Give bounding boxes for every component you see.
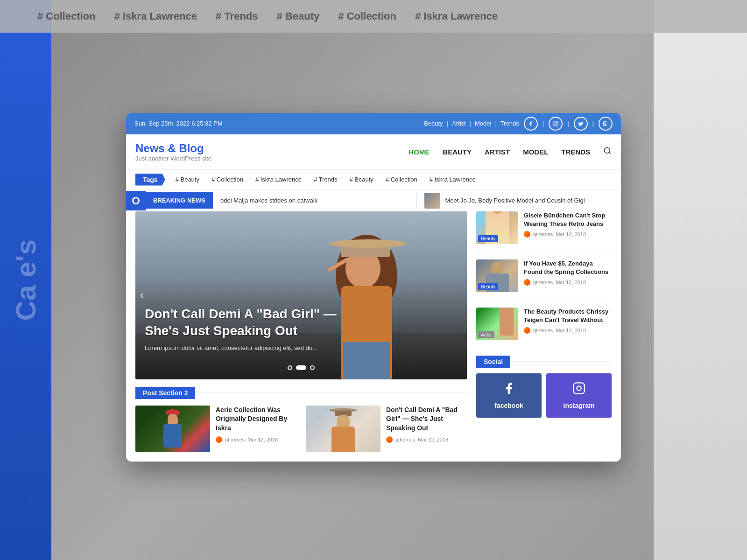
tag-trends[interactable]: # Trends xyxy=(309,174,342,185)
sa-thumb-2: Beauty xyxy=(476,259,518,292)
sep: | xyxy=(592,120,594,127)
topbar-nav-artist[interactable]: Artist xyxy=(452,120,466,127)
nav-trends[interactable]: TRENDS xyxy=(561,148,590,156)
sidebar-article-3: Artist The Beauty Products Chrissy Teige… xyxy=(476,308,612,348)
nav-home[interactable]: HOME xyxy=(409,148,430,156)
tag-iskra-2[interactable]: # Iskra Lawrence xyxy=(425,174,480,185)
svg-point-2 xyxy=(557,122,557,122)
topbar-pinterest-icon[interactable] xyxy=(599,117,613,131)
topbar-nav-beauty[interactable]: Beauty xyxy=(424,120,443,127)
post-author-2: gthemes xyxy=(395,437,415,442)
tag-collection-1[interactable]: # Collection xyxy=(207,174,248,185)
post-cards: Aerie Collection Was Originally Designed… xyxy=(135,406,467,452)
social-title-bar: Social xyxy=(476,356,612,368)
sep: | xyxy=(495,120,496,127)
post-card-content-1: Aerie Collection Was Originally Designed… xyxy=(216,406,296,452)
post-section-2: Post Section 2 xyxy=(135,387,467,452)
facebook-icon xyxy=(502,382,515,398)
hero-overlay xyxy=(135,211,467,379)
social-section: Social facebook instagram xyxy=(476,356,612,418)
post-card-meta-1: gthemes Mar 12, 2018 xyxy=(216,436,296,443)
sa-meta-2: gthemes Mar 12, 2018 xyxy=(524,279,612,286)
breaking-news-bar: BREAKING NEWS odel Maija makes strides o… xyxy=(126,189,621,211)
post-card-content-2: Don't Call Demi A "Bad Girl" — She's Jus… xyxy=(386,406,467,452)
tag-collection-2[interactable]: # Collection xyxy=(381,174,422,185)
hero-prev-button[interactable]: ‹ xyxy=(140,289,143,301)
background-tags-bar: # Collection # Iskra Lawrence # Trends #… xyxy=(0,0,747,33)
bn-text-1: odel Maija makes strides on catwalk xyxy=(220,197,317,204)
main-nav: HOME BEAUTY ARTIST MODEL TRENDS xyxy=(409,147,612,157)
svg-point-3 xyxy=(604,147,610,153)
svg-point-5 xyxy=(577,386,581,390)
topbar-twitter-icon[interactable] xyxy=(574,117,588,131)
sa-content-2: If You Have $5, Zendaya Found the Spring… xyxy=(524,259,612,292)
datetime-display: Sun. Sep 25th, 2022 6:25:32 PM xyxy=(134,120,223,127)
instagram-icon xyxy=(572,382,585,398)
site-header: News & Blog Just another WordPress site … xyxy=(126,134,621,169)
section-title-bar: Post Section 2 xyxy=(135,387,467,399)
post-section-label: Post Section 2 xyxy=(135,387,195,399)
sa-title-3[interactable]: The Beauty Products Chrissy Teigen Can't… xyxy=(524,308,612,324)
svg-rect-0 xyxy=(553,121,558,126)
tags-bar: Tags # Beauty # Collection # Iskra Lawre… xyxy=(126,169,621,189)
sa-date-2: Mar 12, 2018 xyxy=(556,280,586,285)
sidebar-articles: Beauty Gisele Bündchen Can't Stop Wearin… xyxy=(476,211,612,452)
instagram-label: instagram xyxy=(564,402,595,409)
social-buttons: facebook instagram xyxy=(476,373,612,418)
sa-date-3: Mar 12, 2018 xyxy=(556,328,586,333)
sidebar-article-2: Beauty If You Have $5, Zendaya Found the… xyxy=(476,259,612,300)
sa-title-2[interactable]: If You Have $5, Zendaya Found the Spring… xyxy=(524,259,612,276)
topbar-nav-model[interactable]: Model xyxy=(475,120,491,127)
post-card-meta-2: gthemes Mar 12, 2018 xyxy=(386,436,467,443)
bg-side-right xyxy=(654,0,747,560)
bn-item-2[interactable]: Meet Jo Jo, Body Positive Model and Cous… xyxy=(417,190,621,211)
header-brand: News & Blog Just another WordPress site xyxy=(135,142,211,162)
nav-beauty[interactable]: BEAUTY xyxy=(443,148,472,156)
post-author-1: gthemes xyxy=(225,437,245,442)
topbar-instagram-icon[interactable] xyxy=(549,117,563,131)
tags-label: Tags xyxy=(135,174,165,186)
top-bar-nav: Beauty | Artist | Model | Trends xyxy=(424,120,519,127)
instagram-button[interactable]: instagram xyxy=(546,373,612,418)
nav-artist[interactable]: ARTIST xyxy=(485,148,510,156)
sa-meta-3: gthemes Mar 12, 2018 xyxy=(524,327,612,334)
dot-3[interactable] xyxy=(310,365,315,370)
tag-beauty-2[interactable]: # Beauty xyxy=(345,174,378,185)
author-icon-1 xyxy=(216,436,222,443)
section-title-line xyxy=(195,392,467,393)
search-icon[interactable] xyxy=(603,147,612,157)
post-date-1: Mar 12, 2018 xyxy=(247,437,278,442)
topbar-nav-trends[interactable]: Trends xyxy=(500,120,519,127)
topbar-facebook-icon[interactable] xyxy=(524,117,538,131)
bg-tag: # Collection xyxy=(37,10,96,22)
site-title[interactable]: News & Blog xyxy=(135,142,211,155)
facebook-button[interactable]: facebook xyxy=(476,373,542,418)
post-card-title-1[interactable]: Aerie Collection Was Originally Designed… xyxy=(216,406,296,433)
post-card-title-2[interactable]: Don't Call Demi A "Bad Girl" — She's Jus… xyxy=(386,406,467,433)
sa-badge-3: Artist xyxy=(478,331,494,338)
author-icon-2 xyxy=(386,436,393,443)
dot-2[interactable] xyxy=(296,365,306,370)
sep: | xyxy=(447,120,448,127)
bg-tag: # Collection xyxy=(338,10,396,22)
sa-content-3: The Beauty Products Chrissy Teigen Can't… xyxy=(524,308,612,340)
facebook-label: facebook xyxy=(494,402,523,409)
sa-thumb-3: Artist xyxy=(476,308,518,340)
sa-author-3: gthemes xyxy=(533,328,553,333)
sa-badge-1: Beauty xyxy=(478,235,498,242)
sa-meta-1: gthemes Mar 12, 2018 xyxy=(524,231,612,238)
post-card-2: Don't Call Demi A "Bad Girl" — She's Jus… xyxy=(306,406,467,452)
bn-thumb-2 xyxy=(424,193,440,209)
sa-title-1[interactable]: Gisele Bündchen Can't Stop Wearing These… xyxy=(524,211,612,228)
hero-slider: Don't Call Demi A "Bad Girl" — She's Jus… xyxy=(135,211,467,379)
tag-iskra-1[interactable]: # Iskra Lawrence xyxy=(251,174,306,185)
hero-description: Lorem ipsum dolor sit amet, consectetur … xyxy=(145,344,350,351)
dot-1[interactable] xyxy=(288,365,292,370)
bn-item-1[interactable]: odel Maija makes strides on catwalk xyxy=(213,194,417,207)
tag-beauty-1[interactable]: # Beauty xyxy=(171,174,204,185)
bg-tag: # Iskra Lawrence xyxy=(114,10,197,22)
bn-icon-inner xyxy=(132,197,140,204)
nav-model[interactable]: MODEL xyxy=(523,148,548,156)
author-icon-s2 xyxy=(524,279,530,286)
sa-thumb-1: Beauty xyxy=(476,211,518,244)
